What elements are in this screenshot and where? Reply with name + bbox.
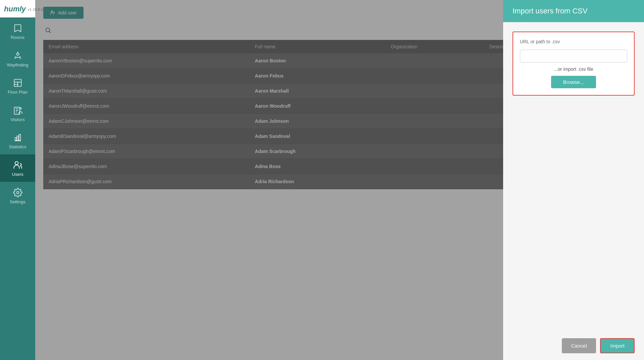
sidebar: humly v1.16.0.15 Rooms Wayfinding Floor … [0,0,35,360]
cancel-label: Cancel [571,343,587,349]
floorplan-icon [13,78,22,88]
browse-label: Browse... [563,79,584,85]
import-panel: Import users from CSV URL or path to .cs… [503,0,644,360]
csv-url-label: URL or path to .csv [520,39,627,44]
sidebar-item-users[interactable]: Users [0,154,35,182]
statistics-icon [13,133,22,142]
wayfinding-icon [13,51,22,60]
bookmark-icon [13,23,22,33]
visitors-icon [13,106,22,115]
svg-rect-12 [15,138,16,141]
svg-rect-13 [17,136,18,141]
csv-import-box: URL or path to .csv ...or import .csv fi… [513,32,635,96]
browse-button[interactable]: Browse... [551,76,596,88]
panel-body: URL or path to .csv ...or import .csv fi… [503,22,644,331]
sidebar-item-label: Floor Plan [8,90,28,95]
panel-footer: Cancel Import [503,331,644,360]
sidebar-item-label: Settings [10,199,25,205]
cancel-button[interactable]: Cancel [562,338,596,353]
csv-url-input[interactable] [520,50,627,62]
svg-point-15 [15,161,18,164]
import-button[interactable]: Import [600,338,635,353]
logo-text: humly [4,5,26,13]
sidebar-item-statistics[interactable]: Statistics [0,127,35,154]
svg-point-10 [19,108,21,109]
logo-area: humly v1.16.0.15 [0,0,35,17]
sidebar-item-wayfinding[interactable]: Wayfinding [0,45,35,72]
sidebar-item-label: Rooms [11,35,24,40]
svg-point-16 [16,191,19,194]
sidebar-item-label: Statistics [9,144,26,150]
panel-title: Import users from CSV [513,7,635,15]
sidebar-item-settings[interactable]: Settings [0,182,35,209]
sidebar-item-visitors[interactable]: Visitors [0,100,35,127]
svg-rect-14 [19,135,20,141]
svg-point-0 [16,53,19,55]
users-icon [13,160,22,170]
sidebar-item-label: Visitors [10,117,24,122]
sidebar-item-label: Wayfinding [7,62,29,68]
panel-header: Import users from CSV [503,0,644,22]
sidebar-item-floorplan[interactable]: Floor Plan [0,72,35,100]
settings-icon [13,188,22,197]
or-text: ...or import .csv file [520,66,627,72]
main-content: Add user Email address Full name Organiz… [35,0,644,360]
sidebar-item-label: Users [12,172,23,177]
import-label: Import [610,343,625,349]
sidebar-item-rooms[interactable]: Rooms [0,17,35,45]
